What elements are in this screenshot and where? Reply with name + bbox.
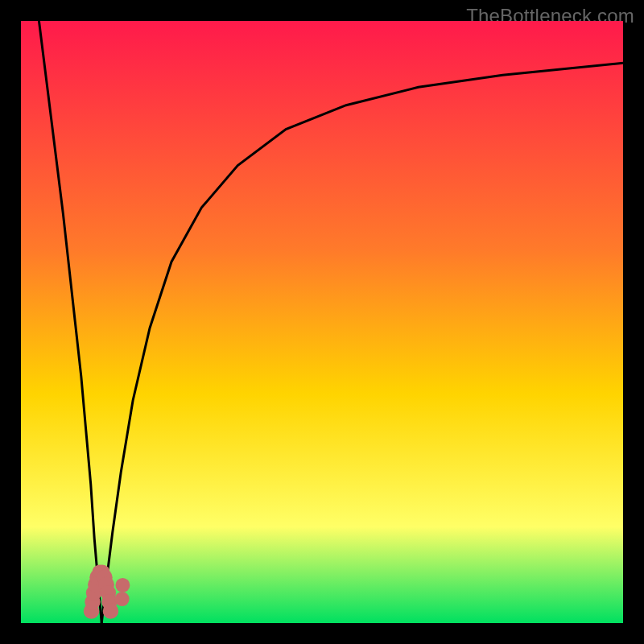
marker-dot — [103, 603, 118, 618]
bottleneck-chart — [21, 21, 623, 623]
chart-frame: TheBottleneck.com — [0, 0, 644, 644]
marker-dot — [115, 578, 130, 592]
marker-dot — [115, 592, 130, 606]
plot-area — [21, 21, 623, 623]
